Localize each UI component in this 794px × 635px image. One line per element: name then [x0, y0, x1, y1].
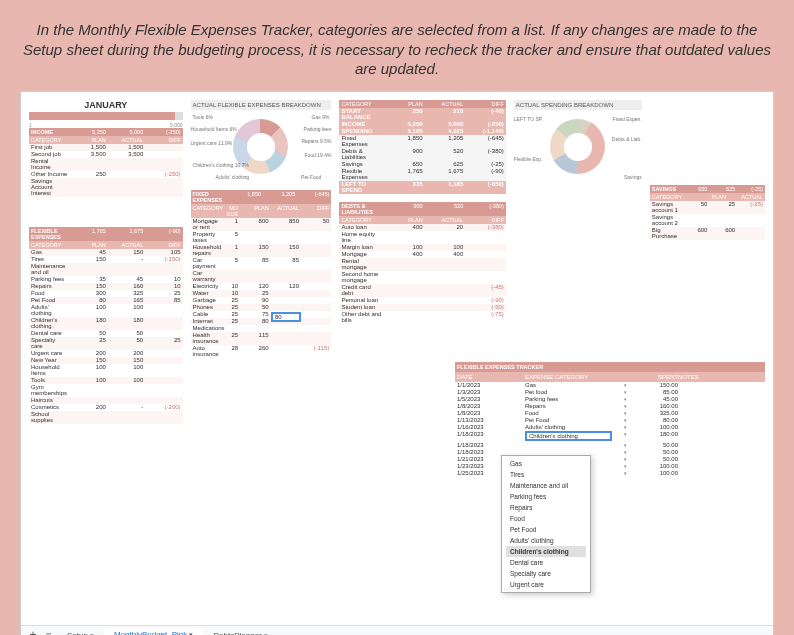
chevron-down-icon: ▾: [189, 631, 193, 636]
table-row[interactable]: Rental Income: [29, 158, 183, 171]
debts-col-header: CATEGORYPLANACTUALDIFF: [339, 216, 505, 224]
spreadsheet-area: JANUARY 15,000 INCOME5,2505,000(-250) CA…: [20, 91, 774, 636]
tracker-row[interactable]: 1/13/2023Pet Food▾80.00: [455, 417, 765, 424]
tracker-row[interactable]: 1/5/2023Parking fees▾45.00: [455, 396, 765, 403]
table-row[interactable]: Rental mortgage: [339, 258, 505, 271]
category-dropdown[interactable]: GasTiresMaintenance and oilParking feesR…: [501, 455, 591, 593]
table-row[interactable]: Personal loan(-90): [339, 297, 505, 304]
table-row[interactable]: Mortgage or rent180085050: [191, 218, 332, 231]
debts-header: DEBTS & LIABILITIES900520(-380): [339, 202, 505, 216]
chevron-down-icon: ▾: [264, 632, 268, 636]
table-row[interactable]: Parking fees354510: [29, 276, 183, 283]
dropdown-option[interactable]: Specialty care: [506, 568, 586, 579]
table-row[interactable]: Auto insurance28260(-115): [191, 345, 332, 358]
table-row[interactable]: Water1025: [191, 290, 332, 297]
table-row[interactable]: Car warranty: [191, 270, 332, 283]
breakdown2-title: ACTUAL SPENDING BREAKDOWN: [514, 100, 642, 110]
sheet-tabs: + ≡ Setup▾ MonthlyBudget_Pink▾ DebtsPlan…: [21, 625, 773, 636]
table-row[interactable]: Electricity10120120: [191, 283, 332, 290]
dropdown-option[interactable]: Urgent care: [506, 579, 586, 590]
tracker-row[interactable]: 1/18/2023▾50.00: [455, 442, 765, 449]
add-sheet-button[interactable]: +: [25, 628, 41, 635]
table-row[interactable]: Second home mortgage: [339, 271, 505, 284]
tracker-row[interactable]: 1/1/2023Gas▾150.00: [455, 382, 765, 389]
table-row[interactable]: Pet Food8016585: [29, 297, 183, 304]
table-row[interactable]: Phones2550: [191, 304, 332, 311]
progress-bar: [29, 112, 183, 120]
table-row[interactable]: Other debt and bills(-75): [339, 311, 505, 324]
dropdown-option[interactable]: Pet Food: [506, 524, 586, 535]
table-row[interactable]: Cosmetics200-(-200): [29, 404, 183, 411]
table-row[interactable]: Gas45150105: [29, 249, 183, 256]
table-row[interactable]: Car payment58585: [191, 257, 332, 270]
tab-debts-planner[interactable]: DebtsPlanner▾: [203, 629, 277, 636]
table-row[interactable]: Haircuts: [29, 397, 183, 404]
dropdown-option[interactable]: Dental care: [506, 557, 586, 568]
dropdown-option[interactable]: Children's clothing: [506, 546, 586, 557]
table-row[interactable]: Repairs15016010: [29, 283, 183, 290]
dropdown-option[interactable]: Tires: [506, 469, 586, 480]
table-row[interactable]: Children's clothing180180: [29, 317, 183, 330]
table-row[interactable]: School supplies: [29, 411, 183, 424]
dropdown-option[interactable]: Parking fees: [506, 491, 586, 502]
table-row[interactable]: Property taxes5: [191, 231, 332, 244]
table-row[interactable]: Margin loan100100: [339, 244, 505, 251]
table-row[interactable]: Maintenance and oil: [29, 263, 183, 276]
table-row[interactable]: Mortgage400400: [339, 251, 505, 258]
tracker-row[interactable]: 1/16/2023Adults' clothing▾100.00: [455, 424, 765, 431]
table-row[interactable]: Dental care5050: [29, 330, 183, 337]
month-title: JANUARY: [29, 100, 183, 110]
table-row[interactable]: New Year150150: [29, 357, 183, 364]
tracker-row[interactable]: 1/18/2023Children's clothing▾180.00: [455, 431, 765, 442]
table-row[interactable]: Household Items100100: [29, 364, 183, 377]
table-row[interactable]: Household repairs1150150: [191, 244, 332, 257]
dropdown-option[interactable]: Maintenance and oil: [506, 480, 586, 491]
dropdown-option[interactable]: Gas: [506, 458, 586, 469]
table-row[interactable]: Savings account 2: [650, 214, 765, 227]
table-row[interactable]: Tires150-(-150): [29, 256, 183, 263]
table-row[interactable]: Student loan(-50): [339, 304, 505, 311]
table-row[interactable]: Other Income250(-250): [29, 171, 183, 178]
table-row[interactable]: Specialty care255025: [29, 337, 183, 350]
income-header: INCOME5,2505,000(-250): [29, 128, 183, 136]
tab-setup[interactable]: Setup▾: [57, 629, 104, 636]
dropdown-option[interactable]: Adults' clothing: [506, 535, 586, 546]
table-row[interactable]: Home equity line: [339, 231, 505, 244]
table-row[interactable]: Tools100100: [29, 377, 183, 384]
table-row[interactable]: Cable2575: [191, 311, 332, 318]
tracker-row[interactable]: 1/8/2023Food▾325.00: [455, 410, 765, 417]
table-row[interactable]: Gym memberships: [29, 384, 183, 397]
summary-row: Debts & Liabilities900520(-380): [339, 148, 505, 161]
flexible-expenses-tracker: FLEXIBLE EXPENSES TRACKER DATEEXPENSE CA…: [455, 362, 765, 477]
savings-header: SAVINGS650625(-25): [650, 185, 765, 193]
active-cell[interactable]: 80: [271, 312, 301, 322]
dropdown-option[interactable]: Food: [506, 513, 586, 524]
dropdown-option[interactable]: Repairs: [506, 502, 586, 513]
summary-header: CATEGORYPLANACTUALDIFF: [339, 100, 505, 108]
table-row[interactable]: Credit card debt(-45): [339, 284, 505, 297]
all-sheets-menu[interactable]: ≡: [41, 630, 57, 636]
table-row[interactable]: Urgent care200200: [29, 350, 183, 357]
tracker-row[interactable]: 1/8/2023Repairs▾160.00: [455, 403, 765, 410]
table-row[interactable]: Big Purchase600600: [650, 227, 765, 240]
tracker-col-header: DATEEXPENSE CATEGORYSPENTNOTES: [455, 372, 765, 382]
table-row[interactable]: Savings account 15025(-25): [650, 201, 765, 214]
breakdown1-title: ACTUAL FLEXIBLE EXPENSES BREAKDOWN: [191, 100, 332, 110]
table-row[interactable]: Second job3,5003,500: [29, 151, 183, 158]
table-row[interactable]: Auto loan40020(-380): [339, 224, 505, 231]
summary-row: Fixed Expenses1,8501,205(-645): [339, 135, 505, 148]
table-row[interactable]: Health insurance25115: [191, 332, 332, 345]
table-row[interactable]: Adults' clothing100100: [29, 304, 183, 317]
table-row[interactable]: First job1,5001,500: [29, 144, 183, 151]
table-row[interactable]: Savings Account Interest: [29, 178, 183, 197]
summary-row: Savings650625(-25): [339, 161, 505, 168]
tab-monthly-budget[interactable]: MonthlyBudget_Pink▾: [104, 628, 203, 636]
summary-row: START BALANCE250210(-40): [339, 108, 505, 121]
summary-row: Flexible Expenses1,7651,675(-90): [339, 168, 505, 181]
table-row[interactable]: Medications: [191, 325, 332, 332]
tracker-row[interactable]: 1/3/2023Pet food▾85.00: [455, 389, 765, 396]
table-row[interactable]: Garbage2590: [191, 297, 332, 304]
table-row[interactable]: Food30032525: [29, 290, 183, 297]
caption-text: In the Monthly Flexible Expenses Tracker…: [20, 20, 774, 79]
table-row[interactable]: Internet2580: [191, 318, 332, 325]
